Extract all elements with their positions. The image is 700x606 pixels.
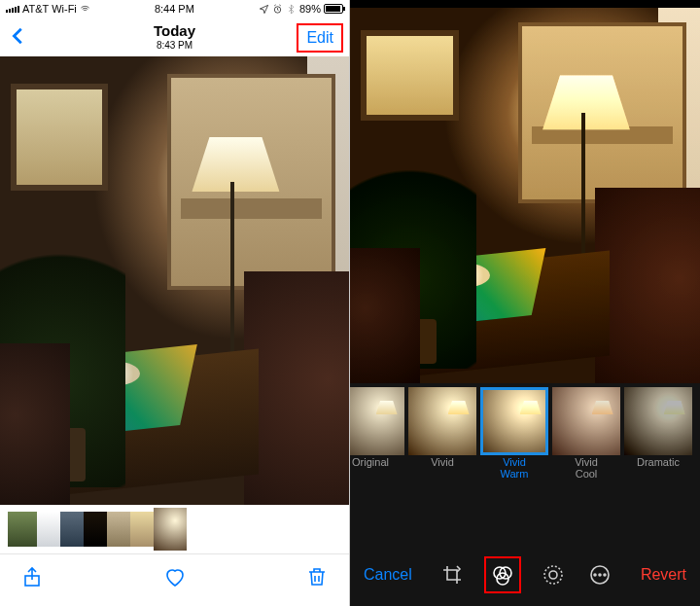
filter-vivid[interactable]: Vivid xyxy=(408,387,476,469)
filter-label: Cool xyxy=(552,469,620,481)
photos-edit-screen: Original Vivid Vivid Warm Vivid Cool Dra… xyxy=(350,0,700,606)
edit-photo-preview[interactable] xyxy=(350,8,700,383)
more-icon[interactable] xyxy=(585,560,614,589)
trash-icon[interactable] xyxy=(304,564,330,589)
svg-point-10 xyxy=(604,574,606,576)
thumbnail[interactable] xyxy=(84,512,107,547)
filters-tab-highlight xyxy=(484,556,521,593)
filter-vivid-warm[interactable]: Vivid Warm xyxy=(480,387,548,480)
edit-toolbar: Cancel Revert xyxy=(350,551,700,599)
revert-button[interactable]: Revert xyxy=(641,566,686,584)
nav-subtitle: 8:43 PM xyxy=(154,40,195,51)
photo-preview[interactable] xyxy=(0,56,349,505)
adjust-icon[interactable] xyxy=(539,560,568,589)
filter-label: Dramatic xyxy=(624,457,692,469)
cancel-button[interactable]: Cancel xyxy=(364,566,412,584)
status-bar: AT&T Wi-Fi 8:44 PM 89% xyxy=(0,0,349,18)
thumbnail[interactable] xyxy=(130,512,154,547)
filter-strip[interactable]: Original Vivid Vivid Warm Vivid Cool Dra… xyxy=(350,383,700,482)
svg-point-5 xyxy=(544,566,562,584)
bottom-toolbar xyxy=(0,553,349,598)
filter-label: Vivid xyxy=(552,457,620,469)
thumbnail[interactable] xyxy=(8,512,37,547)
battery-pct-label: 89% xyxy=(299,3,321,15)
crop-rotate-icon[interactable] xyxy=(438,560,467,589)
clock-label: 8:44 PM xyxy=(155,3,194,15)
nav-bar: Today 8:43 PM Edit xyxy=(0,18,349,56)
svg-point-9 xyxy=(599,574,601,576)
filters-icon[interactable] xyxy=(488,560,517,589)
share-icon[interactable] xyxy=(19,564,45,589)
svg-point-8 xyxy=(594,574,596,576)
wifi-icon xyxy=(80,4,90,15)
location-icon xyxy=(259,4,269,15)
thumbnail-current[interactable] xyxy=(154,508,187,551)
thumbnail-strip[interactable] xyxy=(0,505,349,553)
back-button[interactable] xyxy=(8,25,29,47)
filter-label: Original xyxy=(350,457,404,469)
thumbnail[interactable] xyxy=(60,512,84,547)
svg-point-6 xyxy=(549,571,557,579)
status-bar-edit xyxy=(350,0,700,8)
cell-signal-icon xyxy=(6,5,19,13)
filter-dramatic[interactable]: Dramatic xyxy=(624,387,692,469)
filter-vivid-cool[interactable]: Vivid Cool xyxy=(552,387,620,480)
thumbnail[interactable] xyxy=(37,512,60,547)
edit-button[interactable]: Edit xyxy=(297,23,343,53)
favorite-icon[interactable] xyxy=(162,564,188,589)
nav-title: Today xyxy=(154,23,195,40)
filter-label: Vivid xyxy=(480,457,548,469)
bluetooth-icon xyxy=(286,4,297,15)
carrier-label: AT&T Wi-Fi xyxy=(22,3,77,15)
filter-label: Warm xyxy=(480,469,548,481)
battery-icon xyxy=(324,4,343,14)
thumbnail[interactable] xyxy=(107,512,130,547)
alarm-icon xyxy=(272,4,283,15)
filter-original[interactable]: Original xyxy=(350,387,404,469)
photos-viewer-screen: AT&T Wi-Fi 8:44 PM 89% Today 8:43 PM Edi… xyxy=(0,0,350,606)
filter-label: Vivid xyxy=(408,457,476,469)
